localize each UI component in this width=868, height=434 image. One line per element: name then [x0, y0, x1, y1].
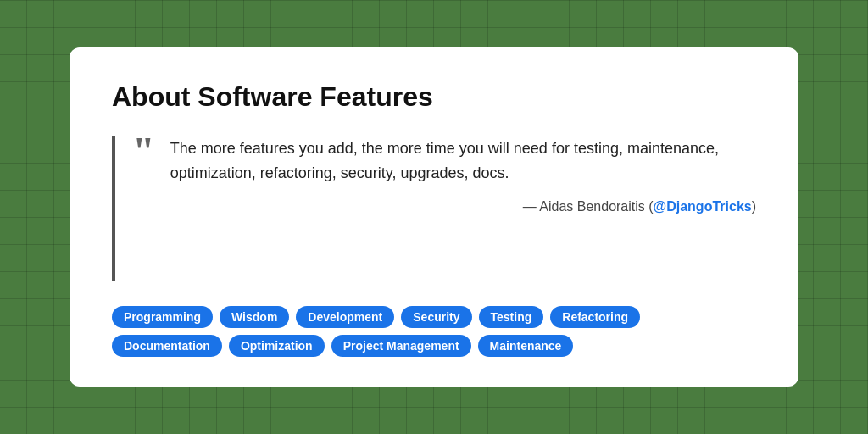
card-title: About Software Features	[112, 81, 756, 113]
tag[interactable]: Wisdom	[220, 306, 289, 328]
tag[interactable]: Documentation	[112, 335, 222, 357]
attribution-suffix: )	[752, 199, 756, 214]
quote-attribution: — Aidas Bendoraitis (@DjangoTricks)	[170, 199, 756, 214]
tag[interactable]: Refactoring	[550, 306, 640, 328]
attribution-handle[interactable]: @DjangoTricks	[654, 199, 752, 214]
attribution-prefix: — Aidas Bendoraitis (	[523, 199, 654, 214]
tag[interactable]: Testing	[479, 306, 544, 328]
quote-content: The more features you add, the more time…	[170, 136, 756, 281]
tag[interactable]: Development	[296, 306, 394, 328]
tag[interactable]: Security	[401, 306, 471, 328]
quote-text: The more features you add, the more time…	[170, 136, 756, 186]
side-label: @DjangoTricks	[770, 156, 787, 278]
tag[interactable]: Project Management	[331, 335, 471, 357]
tags-container: ProgrammingWisdomDevelopmentSecurityTest…	[112, 306, 756, 357]
tag[interactable]: Maintenance	[478, 335, 574, 357]
main-card: About Software Features " The more featu…	[70, 47, 798, 387]
tag[interactable]: Programming	[112, 306, 213, 328]
quote-mark-icon: "	[132, 131, 155, 281]
tag[interactable]: Optimization	[229, 335, 325, 357]
quote-block: " The more features you add, the more ti…	[112, 136, 756, 281]
